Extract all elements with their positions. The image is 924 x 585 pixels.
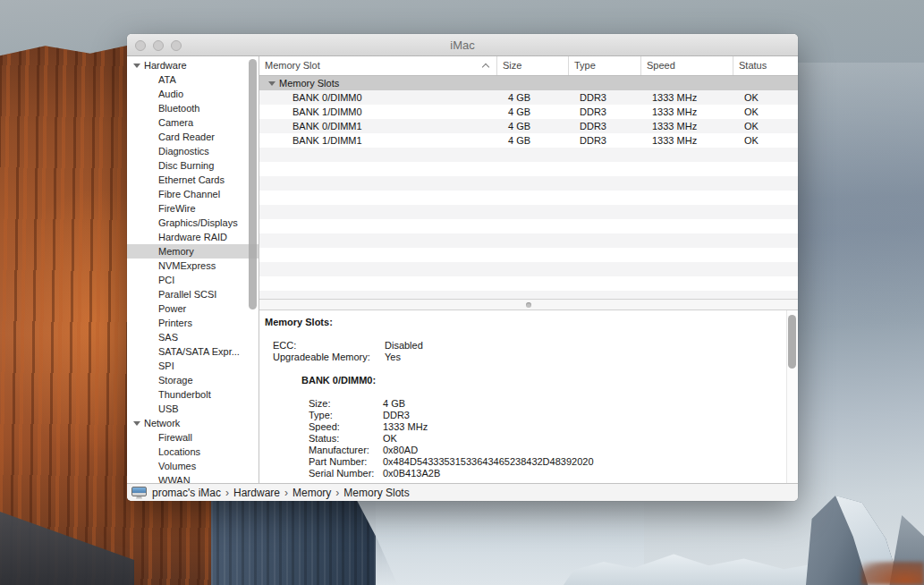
detail-scrollbar-track[interactable] bbox=[786, 310, 798, 483]
sidebar-item-network[interactable]: Network bbox=[127, 416, 259, 430]
sidebar-item-label: Memory bbox=[158, 246, 194, 257]
splitter-handle-icon[interactable] bbox=[526, 302, 531, 308]
table-empty-row bbox=[259, 233, 798, 248]
wallpaper-dark-cliff bbox=[211, 494, 403, 585]
sidebar-item-label: SAS bbox=[158, 332, 178, 343]
breadcrumb-item-memory[interactable]: Memory bbox=[292, 487, 331, 499]
disclosure-triangle-icon[interactable] bbox=[133, 64, 140, 68]
sidebar-item-thunderbolt[interactable]: Thunderbolt bbox=[127, 387, 259, 402]
cell-type: DDR3 bbox=[569, 105, 641, 119]
sidebar-item-wwan[interactable]: WWAN bbox=[127, 473, 259, 483]
sidebar-item-volumes[interactable]: Volumes bbox=[127, 459, 259, 473]
sidebar-item-label: Network bbox=[144, 418, 180, 428]
sidebar-item-spi[interactable]: SPI bbox=[127, 359, 259, 373]
window-controls bbox=[135, 40, 182, 51]
table-row[interactable]: BANK 1/DIMM0 4 GB DDR3 1333 MHz OK bbox=[259, 105, 798, 119]
sidebar-item-printers[interactable]: Printers bbox=[127, 316, 259, 330]
table-empty-row bbox=[259, 262, 798, 276]
detail-field-type: Type:DDR3 bbox=[265, 410, 780, 421]
pane-splitter[interactable] bbox=[259, 299, 798, 310]
table-empty-row bbox=[259, 205, 798, 219]
column-header-label: Size bbox=[503, 60, 521, 71]
cell-size: 4 GB bbox=[497, 105, 569, 119]
sidebar-item-disc-burning[interactable]: Disc Burning bbox=[127, 158, 259, 173]
column-header-speed[interactable]: Speed bbox=[641, 56, 733, 75]
column-header-type[interactable]: Type bbox=[569, 56, 641, 75]
column-header-memory-slot[interactable]: Memory Slot bbox=[259, 56, 497, 75]
cell-type: DDR3 bbox=[569, 119, 641, 133]
sidebar-item-fibre-channel[interactable]: Fibre Channel bbox=[127, 187, 259, 201]
sidebar-item-pci[interactable]: PCI bbox=[127, 273, 259, 287]
sidebar-item-firewire[interactable]: FireWire bbox=[127, 201, 259, 216]
table-row[interactable]: BANK 1/DIMM1 4 GB DDR3 1333 MHz OK bbox=[259, 133, 798, 148]
sidebar-item-memory[interactable]: Memory bbox=[127, 244, 259, 259]
wallpaper-orange-trees bbox=[861, 562, 924, 585]
sidebar-item-firewall[interactable]: Firewall bbox=[127, 430, 259, 445]
cell-speed: 1333 MHz bbox=[641, 119, 733, 133]
cell-memory-slot: BANK 1/DIMM1 bbox=[259, 133, 497, 148]
detail-field-part-number: Part Number:0x484D5433353153364346523843… bbox=[265, 456, 780, 468]
sidebar-item-label: Audio bbox=[158, 89, 183, 99]
zoom-button[interactable] bbox=[171, 40, 182, 51]
column-header-size[interactable]: Size bbox=[497, 56, 569, 75]
breadcrumb-item-memory-slots[interactable]: Memory Slots bbox=[343, 487, 409, 499]
detail-section-title: BANK 0/DIMM0: bbox=[265, 375, 780, 386]
breadcrumb-item-computer[interactable]: promac's iMac bbox=[152, 487, 221, 499]
disclosure-triangle-icon[interactable] bbox=[133, 421, 140, 426]
field-label: Part Number: bbox=[309, 456, 383, 468]
sidebar-item-hardware-raid[interactable]: Hardware RAID bbox=[127, 230, 259, 244]
window-main: Hardware ATA Audio Bluetooth Camera Card… bbox=[127, 56, 798, 483]
sidebar-item-parallel-scsi[interactable]: Parallel SCSI bbox=[127, 287, 259, 301]
sidebar-item-label: Storage bbox=[158, 375, 193, 386]
table-empty-row bbox=[259, 219, 798, 233]
sidebar-item-label: Hardware RAID bbox=[158, 232, 227, 242]
field-value: 0x80AD bbox=[383, 445, 418, 455]
field-label: Size: bbox=[309, 398, 383, 410]
sidebar-item-locations[interactable]: Locations bbox=[127, 445, 259, 459]
cell-memory-slot: BANK 0/DIMM1 bbox=[259, 119, 497, 133]
detail-field-manufacturer: Manufacturer:0x80AD bbox=[265, 445, 780, 456]
sidebar-item-ethernet-cards[interactable]: Ethernet Cards bbox=[127, 173, 259, 187]
sidebar-item-bluetooth[interactable]: Bluetooth bbox=[127, 101, 259, 115]
sidebar-item-graphics-displays[interactable]: Graphics/Displays bbox=[127, 216, 259, 230]
column-header-label: Status bbox=[739, 60, 767, 71]
sidebar-item-storage[interactable]: Storage bbox=[127, 373, 259, 387]
field-value: OK bbox=[383, 433, 397, 444]
minimize-button[interactable] bbox=[153, 40, 164, 51]
sidebar-scrollbar-thumb[interactable] bbox=[249, 59, 257, 309]
table-group-row-memory-slots[interactable]: Memory Slots bbox=[259, 76, 798, 90]
sidebar-item-audio[interactable]: Audio bbox=[127, 87, 259, 101]
sidebar-item-ata[interactable]: ATA bbox=[127, 72, 259, 87]
table-empty-row bbox=[259, 291, 798, 299]
imac-icon-base bbox=[136, 496, 142, 499]
sidebar-item-hardware[interactable]: Hardware bbox=[127, 58, 259, 72]
sidebar-item-sata-express[interactable]: SATA/SATA Expr... bbox=[127, 344, 259, 359]
sidebar-item-label: WWAN bbox=[158, 475, 191, 483]
field-label: Speed: bbox=[309, 421, 383, 433]
table-row[interactable]: BANK 0/DIMM1 4 GB DDR3 1333 MHz OK bbox=[259, 119, 798, 133]
imac-icon-screen bbox=[131, 487, 147, 496]
sidebar-item-nvmexpress[interactable]: NVMExpress bbox=[127, 259, 259, 273]
sidebar-item-power[interactable]: Power bbox=[127, 301, 259, 316]
detail-field-upgradeable-memory: Upgradeable Memory:Yes bbox=[265, 352, 780, 363]
sidebar-item-card-reader[interactable]: Card Reader bbox=[127, 130, 259, 144]
sidebar-item-usb[interactable]: USB bbox=[127, 402, 259, 416]
sidebar-item-sas[interactable]: SAS bbox=[127, 330, 259, 344]
sidebar-item-label: USB bbox=[158, 403, 179, 414]
sidebar-item-label: ATA bbox=[158, 74, 176, 85]
title-bar[interactable]: iMac bbox=[127, 34, 798, 56]
disclosure-triangle-icon[interactable] bbox=[268, 81, 276, 86]
sidebar-item-camera[interactable]: Camera bbox=[127, 115, 259, 130]
column-header-status[interactable]: Status bbox=[733, 56, 798, 75]
sidebar-item-diagnostics[interactable]: Diagnostics bbox=[127, 144, 259, 158]
detail-scrollbar-thumb[interactable] bbox=[788, 315, 796, 369]
table-empty-row bbox=[259, 191, 798, 205]
breadcrumb-item-hardware[interactable]: Hardware bbox=[233, 487, 280, 499]
table-row[interactable]: BANK 0/DIMM0 4 GB DDR3 1333 MHz OK bbox=[259, 90, 798, 105]
field-value: 0x0B413A2B bbox=[383, 468, 440, 479]
group-row-label: Memory Slots bbox=[259, 76, 497, 90]
field-value: Yes bbox=[385, 352, 401, 362]
close-button[interactable] bbox=[135, 40, 146, 51]
column-header-label: Speed bbox=[647, 60, 675, 71]
field-label: Serial Number: bbox=[309, 468, 383, 479]
